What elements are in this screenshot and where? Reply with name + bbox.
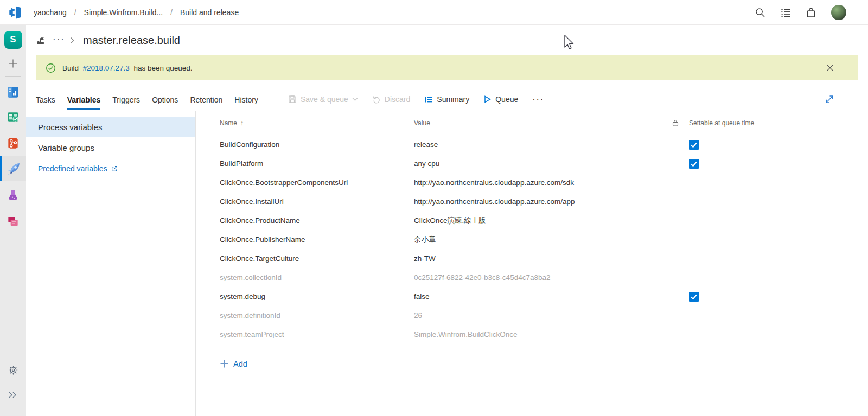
tab-history[interactable]: History <box>234 89 258 110</box>
tab-triggers[interactable]: Triggers <box>112 89 140 110</box>
azure-devops-logo[interactable] <box>8 5 22 20</box>
success-check-icon <box>46 63 56 73</box>
tab-options[interactable]: Options <box>152 89 178 110</box>
packages-icon <box>6 214 20 228</box>
banner-close-icon[interactable] <box>826 63 834 72</box>
variable-row: BuildConfiguration release <box>196 135 868 154</box>
plus-icon <box>220 359 229 368</box>
settings-button[interactable] <box>0 361 26 379</box>
chevron-down-icon <box>352 97 358 101</box>
column-header-value: Value <box>414 119 672 127</box>
banner-text: Build #2018.07.27.3 has been queued. <box>62 64 193 72</box>
panel-item-process-variables[interactable]: Process variables <box>26 117 195 137</box>
table-header-row: Name ↑ Value Settable at queue time <box>196 111 868 135</box>
gear-icon <box>8 365 18 375</box>
overview-icon <box>6 85 20 99</box>
chevron-right-icon <box>69 37 75 44</box>
build-definition-icon <box>36 36 45 45</box>
variable-row: BuildPlatform any cpu <box>196 154 868 173</box>
tab-variables[interactable]: Variables <box>67 89 101 110</box>
toolbar-more-button[interactable]: ··· <box>532 94 544 104</box>
rocket-icon <box>7 161 22 176</box>
column-header-name[interactable]: Name ↑ <box>196 119 414 127</box>
panel-item-variable-groups[interactable]: Variable groups <box>26 137 195 158</box>
breadcrumb-account[interactable]: yaochang <box>34 8 67 17</box>
breadcrumb-separator: / <box>74 8 76 17</box>
repos-icon <box>6 136 20 150</box>
sidebar-item-overview[interactable] <box>0 81 26 103</box>
save-and-queue-button: Save & queue <box>288 95 358 104</box>
add-project-button[interactable] <box>0 55 26 72</box>
discard-button: Discard <box>372 95 410 104</box>
definition-header: ··· master.release.build <box>26 25 868 55</box>
sidebar-item-test-plans[interactable] <box>0 184 26 206</box>
sidebar-item-project[interactable]: S <box>0 30 26 49</box>
tab-retention[interactable]: Retention <box>190 89 222 110</box>
double-chevron-right-icon <box>8 391 18 399</box>
fullscreen-expand-icon[interactable] <box>824 93 835 105</box>
expand-nav-button[interactable] <box>0 386 26 404</box>
left-nav-rail: S <box>0 25 26 416</box>
summary-list-icon <box>424 95 433 104</box>
undo-icon <box>372 95 381 104</box>
sidebar-item-boards[interactable] <box>0 106 26 128</box>
settable-checkbox-checked[interactable] <box>689 159 699 169</box>
variable-row-readonly: system.teamProject Simple.Winfrom.BuildC… <box>196 325 868 344</box>
variable-row-readonly: system.collectionId 0c25127f-6822-42e0-b… <box>196 268 868 287</box>
breadcrumb-project[interactable]: Simple.Winfrom.Build... <box>84 8 163 17</box>
sort-ascending-icon: ↑ <box>240 119 244 127</box>
project-avatar-tile: S <box>4 31 22 49</box>
build-number-link[interactable]: #2018.07.27.3 <box>83 64 130 72</box>
variable-row: ClickOnce.InstallUrl http://yao.northcen… <box>196 192 868 211</box>
queue-button[interactable]: Queue <box>483 95 518 104</box>
add-variable-button[interactable]: Add <box>220 359 868 368</box>
definition-more-button[interactable]: ··· <box>53 34 65 44</box>
variable-row: ClickOnce.BootstrapperComponentsUrl http… <box>196 173 868 192</box>
sidebar-item-artifacts[interactable] <box>0 210 26 232</box>
toolbar-divider <box>278 93 278 106</box>
top-bar: yaochang / Simple.Winfrom.Build... / Bui… <box>0 0 868 25</box>
summary-button[interactable]: Summary <box>424 95 469 104</box>
predefined-variables-link[interactable]: Predefined variables <box>26 164 195 173</box>
breadcrumb-separator: / <box>170 8 173 17</box>
external-link-icon <box>111 165 118 172</box>
variable-row-readonly: system.definitionId 26 <box>196 306 868 325</box>
breadcrumb: yaochang / Simple.Winfrom.Build... / Bui… <box>34 8 239 17</box>
variable-row: ClickOnce.ProductName ClickOnce演練.線上版 <box>196 211 868 230</box>
marketplace-bag-icon[interactable] <box>806 7 816 18</box>
variables-side-panel: Process variables Variable groups Predef… <box>26 111 196 416</box>
play-icon <box>483 95 492 104</box>
variable-row: system.debug false <box>196 287 868 306</box>
column-header-settable: Settable at queue time <box>685 119 868 127</box>
variables-table: Name ↑ Value Settable at queue time Buil… <box>196 111 868 416</box>
user-avatar[interactable] <box>831 5 846 20</box>
work-list-icon[interactable] <box>780 7 791 18</box>
rail-divider <box>5 354 21 354</box>
variable-row: ClickOnce.TargetCulture zh-TW <box>196 249 868 268</box>
search-icon[interactable] <box>755 7 765 18</box>
page-title: master.release.build <box>83 34 180 47</box>
save-icon <box>288 95 297 104</box>
breadcrumb-hub[interactable]: Build and release <box>180 8 239 17</box>
boards-icon <box>6 110 20 124</box>
sidebar-item-pipelines[interactable] <box>0 156 26 181</box>
settable-checkbox-checked[interactable] <box>689 292 699 302</box>
lock-icon <box>672 119 679 127</box>
plus-icon <box>8 58 18 69</box>
definition-toolbar: Tasks Variables Triggers Options Retenti… <box>26 88 868 111</box>
tab-tasks[interactable]: Tasks <box>36 89 55 110</box>
sidebar-item-repos[interactable] <box>0 132 26 154</box>
build-queued-banner: Build #2018.07.27.3 has been queued. <box>36 55 858 80</box>
variables-content: Process variables Variable groups Predef… <box>26 111 868 416</box>
settable-checkbox-checked[interactable] <box>689 140 699 150</box>
variable-row: ClickOnce.PublisherName 余小章 <box>196 230 868 249</box>
rail-divider <box>5 76 21 77</box>
flask-icon <box>6 188 20 202</box>
